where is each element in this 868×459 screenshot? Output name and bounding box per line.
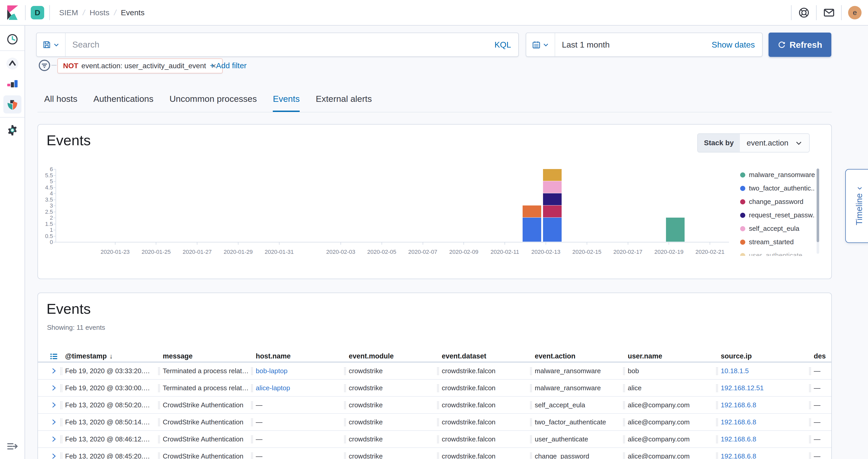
bar-segment-change-password[interactable] [543, 206, 562, 217]
recently-viewed-icon[interactable] [3, 30, 22, 48]
siem-app-icon[interactable] [3, 95, 22, 114]
cell-drag-handle[interactable] [809, 435, 811, 443]
saved-query-menu-button[interactable] [37, 33, 66, 56]
column-header-user-name[interactable]: user.name [628, 352, 662, 360]
cell-source_ip[interactable]: 192.168.6.8 [721, 401, 756, 409]
fields-browser-icon[interactable] [50, 352, 58, 362]
cell-drag-handle[interactable] [437, 435, 439, 443]
expand-row-icon[interactable] [51, 453, 57, 459]
cell-drag-handle[interactable] [60, 453, 62, 459]
user-avatar[interactable]: e [848, 6, 862, 20]
cell-drag-handle[interactable] [158, 384, 160, 392]
date-quick-menu-button[interactable] [526, 33, 555, 56]
cell-drag-handle[interactable] [716, 453, 718, 459]
refresh-button[interactable]: Refresh [769, 33, 831, 57]
space-switcher[interactable]: D [26, 6, 49, 20]
expand-row-icon[interactable] [51, 419, 57, 426]
time-range-value[interactable]: Last 1 month [555, 40, 610, 50]
search-input[interactable] [66, 40, 494, 50]
cell-drag-handle[interactable] [809, 419, 811, 426]
cell-drag-handle[interactable] [530, 384, 532, 392]
newsfeed-mail-icon[interactable] [816, 0, 841, 25]
cell-drag-handle[interactable] [251, 384, 253, 392]
tab-uncommon-processes[interactable]: Uncommon processes [169, 94, 257, 112]
add-filter-button[interactable]: + Add filter [210, 61, 247, 70]
cell-drag-handle[interactable] [530, 401, 532, 409]
cell-drag-handle[interactable] [251, 419, 253, 426]
apm-app-icon[interactable] [3, 55, 22, 72]
legend-item-stream-started[interactable]: stream_started [749, 238, 794, 246]
cell-host[interactable]: alice-laptop [256, 384, 290, 392]
legend-item-request-reset-password[interactable]: request_reset_passw... [749, 211, 815, 219]
cell-drag-handle[interactable] [530, 367, 532, 375]
cell-drag-handle[interactable] [158, 367, 160, 375]
timeline-flyout-toggle[interactable]: Timeline ‹ [845, 169, 868, 243]
expand-row-icon[interactable] [51, 436, 57, 443]
cell-drag-handle[interactable] [251, 367, 253, 375]
cell-drag-handle[interactable] [437, 453, 439, 459]
column-header-event-module[interactable]: event.module [349, 352, 394, 360]
cell-drag-handle[interactable] [251, 453, 253, 459]
legend-scrollbar-thumb[interactable] [816, 169, 819, 242]
bar-segment-user-authenticate[interactable] [543, 169, 562, 181]
expand-row-icon[interactable] [51, 368, 57, 375]
stack-by-select[interactable]: Stack by event.action [697, 133, 810, 152]
cell-drag-handle[interactable] [716, 384, 718, 392]
cell-drag-handle[interactable] [437, 419, 439, 426]
kibana-logo[interactable] [0, 0, 25, 25]
expand-row-icon[interactable] [51, 385, 57, 392]
breadcrumb-hosts[interactable]: Hosts [90, 8, 110, 17]
bar-segment-malware-ransomware[interactable] [666, 218, 685, 242]
cell-drag-handle[interactable] [716, 401, 718, 409]
cell-drag-handle[interactable] [437, 367, 439, 375]
cell-drag-handle[interactable] [623, 401, 625, 409]
cell-drag-handle[interactable] [60, 367, 62, 375]
cell-drag-handle[interactable] [716, 367, 718, 375]
legend-item-change-password[interactable]: change_password [749, 198, 803, 206]
cell-drag-handle[interactable] [251, 435, 253, 443]
tab-external-alerts[interactable]: External alerts [316, 94, 372, 112]
cell-drag-handle[interactable] [344, 384, 346, 392]
breadcrumb-siem[interactable]: SIEM [59, 8, 78, 17]
legend-item-two-factor-authenticate[interactable]: two_factor_authentic... [749, 184, 815, 192]
dock-navigation-toggle-icon[interactable] [3, 437, 22, 455]
cell-drag-handle[interactable] [623, 435, 625, 443]
cell-drag-handle[interactable] [60, 419, 62, 426]
cell-drag-handle[interactable] [716, 419, 718, 426]
cell-drag-handle[interactable] [809, 453, 811, 459]
column-header-host-name[interactable]: host.name [256, 352, 291, 360]
cell-drag-handle[interactable] [344, 419, 346, 426]
cell-drag-handle[interactable] [809, 367, 811, 375]
tab-events[interactable]: Events [273, 94, 300, 112]
visualize-app-icon[interactable] [3, 75, 22, 93]
bar-segment-self-accept-eula[interactable] [543, 181, 562, 193]
management-gear-icon[interactable] [3, 121, 22, 139]
column-header-message[interactable]: message [163, 352, 193, 360]
column-header-timestamp[interactable]: @timestamp↓ [65, 352, 113, 360]
kql-syntax-button[interactable]: KQL [494, 40, 518, 50]
cell-drag-handle[interactable] [623, 384, 625, 392]
filter-options-icon[interactable] [38, 59, 51, 72]
expand-row-icon[interactable] [51, 402, 57, 409]
cell-drag-handle[interactable] [530, 419, 532, 426]
cell-drag-handle[interactable] [344, 435, 346, 443]
bar-segment-two-factor-authenticate[interactable] [543, 218, 562, 242]
cell-drag-handle[interactable] [158, 435, 160, 443]
cell-source_ip[interactable]: 192.168.12.51 [721, 384, 764, 392]
column-header-event-action[interactable]: event.action [535, 352, 576, 360]
cell-drag-handle[interactable] [60, 384, 62, 392]
help-icon[interactable] [792, 0, 816, 25]
cell-drag-handle[interactable] [60, 401, 62, 409]
cell-drag-handle[interactable] [623, 453, 625, 459]
cell-drag-handle[interactable] [530, 453, 532, 459]
cell-drag-handle[interactable] [344, 453, 346, 459]
show-dates-button[interactable]: Show dates [712, 40, 762, 50]
bar-segment-stream-started[interactable] [523, 206, 541, 217]
tab-all-hosts[interactable]: All hosts [44, 94, 78, 112]
cell-drag-handle[interactable] [60, 435, 62, 443]
cell-drag-handle[interactable] [716, 435, 718, 443]
cell-source_ip[interactable]: 192.168.6.8 [721, 452, 756, 459]
space-badge[interactable]: D [31, 6, 44, 20]
cell-source_ip[interactable]: 10.18.1.5 [721, 367, 749, 375]
legend-item-user-authenticate[interactable]: user_authenticate [749, 251, 802, 256]
